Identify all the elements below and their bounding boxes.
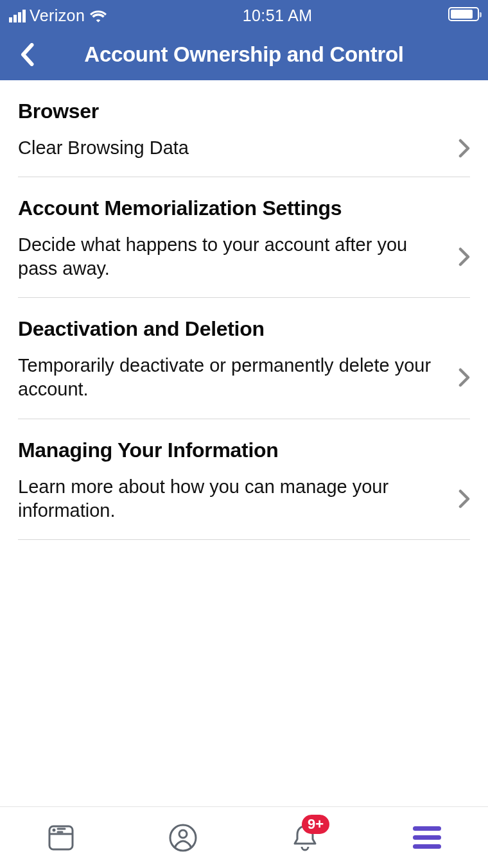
profile-icon	[168, 822, 198, 853]
status-left: Verizon	[9, 6, 107, 25]
battery-icon	[448, 7, 479, 21]
header: Verizon 10:51 AM Account Ownership and C…	[0, 0, 488, 80]
chevron-right-icon	[458, 139, 470, 158]
row-label: Clear Browsing Data	[18, 136, 447, 160]
notification-badge: 9+	[302, 815, 329, 834]
section-browser: Browser Clear Browsing Data	[18, 80, 470, 177]
tab-feed[interactable]	[42, 819, 80, 857]
carrier-label: Verizon	[30, 6, 85, 25]
section-deactivation: Deactivation and Deletion Temporarily de…	[18, 298, 470, 419]
tab-bar: 9+	[0, 806, 488, 868]
row-deactivation-deletion[interactable]: Temporarily deactivate or permanently de…	[18, 354, 470, 401]
svg-point-6	[179, 830, 187, 838]
menu-icon	[413, 826, 441, 849]
section-title: Deactivation and Deletion	[18, 317, 470, 341]
content: Browser Clear Browsing Data Account Memo…	[0, 80, 488, 806]
chevron-left-icon	[19, 43, 35, 66]
section-memorialization: Account Memorialization Settings Decide …	[18, 177, 470, 298]
tab-notifications[interactable]: 9+	[286, 819, 324, 857]
row-label: Temporarily deactivate or permanently de…	[18, 354, 447, 401]
chevron-right-icon	[458, 368, 470, 387]
back-button[interactable]	[14, 42, 40, 67]
chevron-right-icon	[458, 247, 470, 266]
svg-point-2	[53, 828, 56, 831]
signal-icon	[9, 10, 26, 22]
wifi-icon	[90, 10, 107, 22]
clock-label: 10:51 AM	[243, 6, 313, 25]
page-title: Account Ownership and Control	[84, 42, 403, 67]
status-right	[448, 6, 479, 25]
row-label: Learn more about how you can manage your…	[18, 475, 447, 523]
section-managing-info: Managing Your Information Learn more abo…	[18, 419, 470, 540]
row-memorialization[interactable]: Decide what happens to your account afte…	[18, 233, 470, 281]
tab-profile[interactable]	[164, 819, 202, 857]
status-bar: Verizon 10:51 AM	[0, 4, 488, 29]
chevron-right-icon	[458, 489, 470, 508]
row-label: Decide what happens to your account afte…	[18, 233, 447, 281]
section-title: Managing Your Information	[18, 438, 470, 462]
tab-menu[interactable]	[408, 819, 446, 857]
row-clear-browsing-data[interactable]: Clear Browsing Data	[18, 136, 470, 160]
row-managing-information[interactable]: Learn more about how you can manage your…	[18, 475, 470, 523]
feed-icon	[46, 822, 76, 853]
nav-bar: Account Ownership and Control	[0, 29, 488, 80]
section-title: Browser	[18, 100, 470, 123]
section-title: Account Memorialization Settings	[18, 196, 470, 220]
